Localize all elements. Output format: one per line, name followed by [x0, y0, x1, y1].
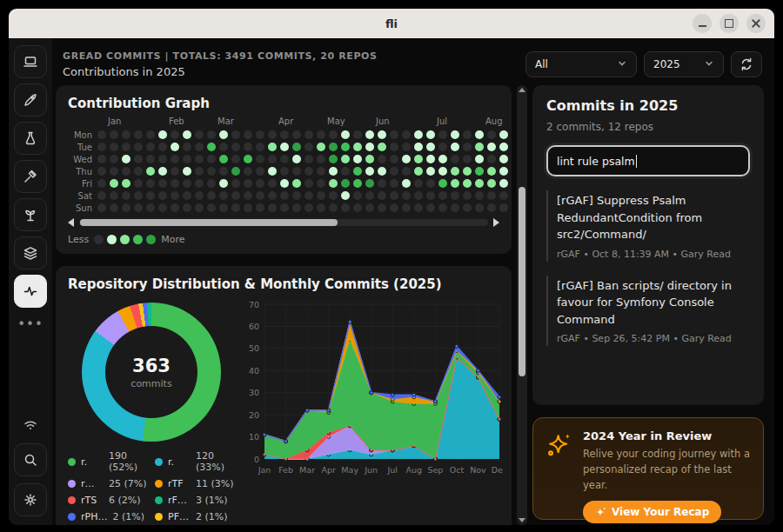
scroll-right-arrow-icon[interactable] [493, 218, 499, 227]
contribution-dot [97, 191, 106, 200]
page-header: GREAD COMMITS | TOTALS: 3491 COMMITS, 20… [56, 45, 764, 83]
refresh-button[interactable] [731, 51, 762, 77]
sidebar-item-laptop[interactable] [14, 45, 47, 78]
contribution-dot [402, 167, 411, 176]
close-button[interactable] [746, 14, 766, 33]
contribution-dot [219, 130, 228, 139]
commit-list-item[interactable]: [rGAF] Suppress Psalm RedundantCondition… [546, 190, 750, 262]
contribution-dot [97, 155, 106, 163]
hscroll-track[interactable] [79, 219, 488, 226]
sidebar-item-activity[interactable] [14, 275, 47, 308]
contribution-dot [256, 191, 264, 200]
data-point [327, 409, 331, 412]
contribution-dot [499, 167, 508, 176]
contribution-dot [110, 143, 118, 151]
contribution-dot [122, 130, 130, 139]
contribution-dot [268, 179, 277, 188]
contribution-dot [451, 130, 459, 139]
minimize-button[interactable] [693, 14, 712, 33]
contribution-dot [256, 167, 264, 176]
contribution-dot [280, 130, 289, 139]
contribution-dot [256, 130, 264, 139]
contribution-dot [463, 179, 472, 188]
sidebar-item-rocket[interactable] [14, 83, 47, 116]
sidebar-item-layers[interactable] [14, 236, 47, 269]
contribution-graph-title: Contribution Graph [68, 96, 499, 111]
contribution-grid: MonTueWedThuFriSatSun [68, 129, 499, 214]
maximize-button[interactable] [719, 14, 739, 33]
contribution-dot [353, 191, 362, 200]
contribution-dot [268, 130, 277, 139]
contribution-dot [487, 179, 496, 188]
month-label: Jan [108, 116, 121, 126]
contribution-dot [219, 143, 228, 151]
scroll-down-arrow-icon[interactable] [519, 518, 525, 522]
svg-text:Jun: Jun [364, 465, 378, 475]
legend-repo-label: r. [81, 456, 104, 468]
sidebar-item-hammer[interactable] [14, 160, 47, 193]
contribution-dot [146, 155, 155, 163]
contribution-dot [487, 167, 496, 176]
svg-text:0: 0 [254, 455, 259, 464]
commits-panel: Commits in 2025 2 commits, 12 repos lint… [532, 85, 764, 405]
svg-text:Jul: Jul [387, 465, 398, 475]
sidebar-item-sprout[interactable] [14, 198, 47, 231]
legend-level-dot [94, 235, 104, 244]
wifi-icon [23, 417, 38, 433]
contribution-dot [463, 130, 472, 139]
review-title: 2024 Year in Review [583, 429, 751, 442]
data-point [305, 409, 309, 412]
scroll-up-arrow-icon[interactable] [519, 88, 525, 92]
sidebar: ••• [9, 38, 52, 525]
minimize-icon [699, 25, 706, 27]
activity-icon [23, 283, 38, 299]
contribution-dot [426, 203, 435, 212]
sidebar-item-settings[interactable] [14, 483, 47, 516]
contribution-dot [451, 191, 459, 200]
year-filter-select[interactable]: 2025 [644, 51, 724, 77]
contribution-dot [219, 167, 228, 176]
contribution-dot [390, 130, 398, 139]
sidebar-item-search[interactable] [14, 443, 47, 476]
contribution-dot [219, 191, 228, 200]
contribution-dot [146, 179, 155, 188]
contribution-dot [134, 167, 143, 176]
sidebar-item-flask[interactable] [14, 122, 47, 155]
scroll-left-arrow-icon[interactable] [68, 218, 74, 227]
contribution-dot [329, 179, 338, 188]
year-in-review-card: 2024 Year in Review Relive your coding j… [532, 417, 764, 520]
contribution-dot [244, 143, 252, 151]
sidebar-more[interactable]: ••• [17, 316, 44, 332]
contribution-dot [195, 167, 204, 176]
contribution-dot [341, 155, 350, 163]
legend-color-dot [155, 496, 163, 504]
contribution-dot [499, 191, 508, 200]
contribution-dot [219, 203, 228, 212]
contribution-dot [97, 167, 106, 176]
legend-level-dot [146, 235, 156, 244]
legend-repo-label: rTF [168, 478, 191, 489]
repo-filter-value: All [535, 58, 548, 70]
contribution-dot [414, 130, 423, 139]
contribution-dot [110, 191, 118, 200]
donut-legend-item: r.120 (33%) [155, 450, 235, 473]
contribution-dot [341, 191, 350, 200]
vscroll-thumb[interactable] [519, 187, 525, 376]
contribution-dot [463, 203, 472, 212]
gear-icon [23, 492, 38, 508]
view-recap-button[interactable]: View Your Recap [583, 501, 721, 523]
contribution-dot [499, 143, 508, 151]
contribution-dot [146, 203, 155, 212]
titlebar[interactable]: fli [9, 9, 774, 38]
contribution-dot [158, 203, 167, 212]
contribution-dot [134, 130, 143, 139]
search-input[interactable]: lint rule psalm [546, 145, 750, 176]
vscroll-track[interactable] [519, 95, 525, 515]
commit-list-item[interactable]: [rGAF] Ban scripts/ directory in favour … [546, 276, 750, 347]
contribution-dot [244, 203, 252, 212]
contribution-dot [97, 179, 106, 188]
legend-repo-value: 11 (3%) [196, 478, 234, 489]
hscroll-thumb[interactable] [80, 219, 338, 226]
repo-filter-select[interactable]: All [525, 51, 637, 77]
commit-title: [rGAF] Ban scripts/ directory in favour … [557, 277, 750, 329]
